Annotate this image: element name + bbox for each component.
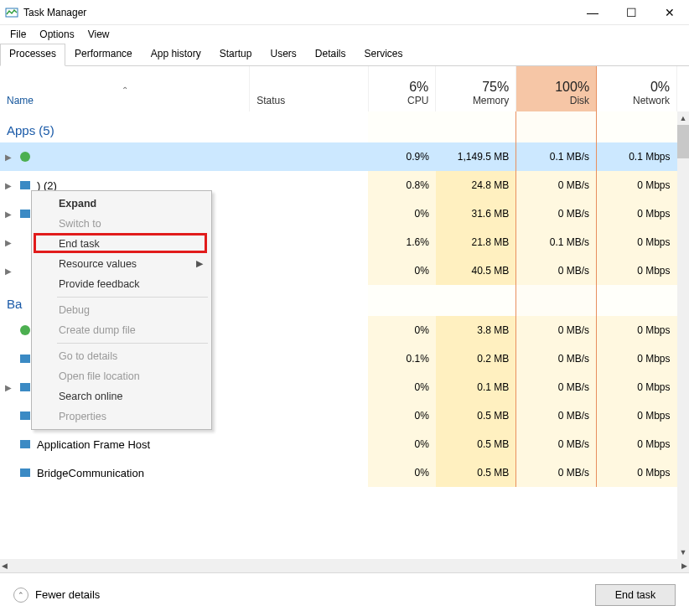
network-value: 0 Mbps bbox=[597, 171, 677, 199]
disk-value: 0 MB/s bbox=[516, 199, 597, 228]
memory-value: 1,149.5 MB bbox=[436, 142, 516, 171]
svg-rect-6 bbox=[20, 383, 30, 391]
table-row[interactable]: ▶BridgeCommunication 0% 0.5 MB 0 MB/s 0 … bbox=[0, 458, 677, 487]
process-icon bbox=[18, 236, 32, 249]
process-icon bbox=[18, 324, 32, 337]
disk-value: 0 MB/s bbox=[516, 316, 597, 344]
column-cpu-label: CPU bbox=[407, 95, 428, 106]
tab-services[interactable]: Services bbox=[355, 44, 412, 65]
tab-details[interactable]: Details bbox=[306, 44, 355, 65]
fewer-details-toggle[interactable]: ⌃ bbox=[13, 588, 28, 603]
chevron-right-icon[interactable]: ▶ bbox=[3, 238, 13, 247]
app-icon bbox=[5, 6, 18, 19]
tab-startup[interactable]: Startup bbox=[210, 44, 262, 65]
cm-properties: Properties bbox=[34, 406, 210, 427]
column-status-label: Status bbox=[256, 95, 285, 106]
disk-percent: 100% bbox=[523, 80, 589, 95]
tab-users[interactable]: Users bbox=[261, 44, 305, 65]
scroll-thumb[interactable] bbox=[677, 125, 689, 158]
column-status[interactable]: Status bbox=[250, 66, 368, 111]
disk-value: 0 MB/s bbox=[516, 458, 597, 487]
svg-rect-9 bbox=[20, 468, 30, 477]
svg-point-4 bbox=[20, 325, 30, 335]
tab-performance[interactable]: Performance bbox=[65, 44, 142, 65]
fewer-details-label[interactable]: Fewer details bbox=[35, 588, 100, 601]
cm-resource-values[interactable]: Resource values ▶ bbox=[34, 254, 210, 274]
cpu-value: 0.9% bbox=[368, 142, 436, 171]
disk-value: 0 MB/s bbox=[516, 256, 597, 285]
group-apps-label: Apps (5) bbox=[0, 111, 368, 142]
chevron-right-icon[interactable]: ▶ bbox=[3, 267, 13, 276]
cpu-percent: 6% bbox=[376, 80, 429, 95]
close-button[interactable]: ✕ bbox=[650, 0, 689, 25]
column-memory-label: Memory bbox=[473, 95, 509, 106]
cpu-value: 0.1% bbox=[368, 344, 436, 373]
column-network[interactable]: 0%Network bbox=[597, 66, 677, 111]
minimize-button[interactable]: — bbox=[573, 0, 612, 25]
memory-value: 0.5 MB bbox=[436, 430, 516, 458]
network-value: 0 Mbps bbox=[597, 430, 677, 458]
table-row[interactable]: ▶ 0.9% 1,149.5 MB 0.1 MB/s 0.1 Mbps bbox=[0, 142, 677, 171]
cm-provide-feedback[interactable]: Provide feedback bbox=[34, 274, 210, 294]
menu-file[interactable]: File bbox=[5, 27, 31, 42]
group-apps[interactable]: Apps (5) bbox=[0, 111, 677, 142]
network-value: 0 Mbps bbox=[597, 228, 677, 256]
column-network-label: Network bbox=[633, 95, 670, 106]
process-icon bbox=[18, 466, 32, 479]
disk-value: 0 MB/s bbox=[516, 401, 597, 430]
network-value: 0 Mbps bbox=[597, 344, 677, 373]
tab-app-history[interactable]: App history bbox=[142, 44, 210, 65]
process-icon bbox=[18, 437, 32, 451]
memory-percent: 75% bbox=[443, 80, 509, 95]
column-disk[interactable]: 100%Disk bbox=[516, 66, 597, 111]
column-cpu[interactable]: 6%CPU bbox=[368, 66, 436, 111]
process-icon bbox=[18, 409, 32, 422]
svg-rect-5 bbox=[20, 355, 30, 363]
scroll-down-icon[interactable]: ▼ bbox=[677, 546, 689, 559]
process-name: Application Frame Host bbox=[37, 438, 150, 451]
process-icon bbox=[18, 207, 32, 220]
network-value: 0 Mbps bbox=[597, 401, 677, 430]
sort-indicator-icon: ⌃ bbox=[7, 85, 242, 95]
column-name[interactable]: ⌃ Name bbox=[0, 66, 250, 111]
process-icon bbox=[18, 264, 32, 277]
menu-view[interactable]: View bbox=[83, 27, 115, 42]
cpu-value: 0% bbox=[368, 199, 436, 228]
memory-value: 0.2 MB bbox=[436, 344, 516, 373]
memory-value: 0.5 MB bbox=[436, 458, 516, 487]
column-header-row: ⌃ Name Status 6%CPU 75%Memory 100%Disk 0… bbox=[0, 66, 677, 111]
tab-processes[interactable]: Processes bbox=[0, 44, 65, 66]
disk-value: 0 MB/s bbox=[516, 344, 597, 373]
end-task-button[interactable]: End task bbox=[595, 584, 676, 606]
cm-end-task[interactable]: End task bbox=[34, 234, 210, 254]
cpu-value: 0% bbox=[368, 316, 436, 344]
disk-value: 0.1 MB/s bbox=[516, 142, 597, 171]
column-memory[interactable]: 75%Memory bbox=[436, 66, 516, 111]
tab-bar: Processes Performance App history Startu… bbox=[0, 44, 689, 66]
process-name: BridgeCommunication bbox=[37, 467, 144, 479]
menu-options[interactable]: Options bbox=[34, 27, 79, 42]
table-row[interactable]: ▶Application Frame Host 0% 0.5 MB 0 MB/s… bbox=[0, 430, 677, 458]
vertical-scrollbar[interactable]: ▲ ▼ bbox=[677, 111, 689, 559]
separator bbox=[57, 297, 208, 298]
network-value: 0 Mbps bbox=[597, 458, 677, 487]
process-icon bbox=[18, 150, 32, 163]
cm-switch-to: Switch to bbox=[34, 214, 210, 234]
cm-open-file-location: Open file location bbox=[34, 366, 210, 386]
chevron-right-icon[interactable]: ▶ bbox=[3, 181, 13, 190]
chevron-right-icon[interactable]: ▶ bbox=[3, 210, 13, 219]
horizontal-scrollbar[interactable]: ◀ ▶ bbox=[0, 559, 689, 572]
cpu-value: 0.8% bbox=[368, 171, 436, 199]
chevron-right-icon: ▶ bbox=[196, 258, 203, 269]
maximize-button[interactable]: ☐ bbox=[612, 0, 650, 25]
scroll-right-icon[interactable]: ▶ bbox=[681, 562, 687, 570]
scroll-up-icon[interactable]: ▲ bbox=[677, 111, 689, 125]
scroll-left-icon[interactable]: ◀ bbox=[2, 562, 8, 570]
footer: ⌃ Fewer details End task bbox=[0, 572, 689, 616]
chevron-right-icon[interactable]: ▶ bbox=[3, 153, 13, 162]
chevron-right-icon[interactable]: ▶ bbox=[3, 383, 13, 392]
cm-expand[interactable]: Expand bbox=[34, 194, 210, 214]
cm-search-online[interactable]: Search online bbox=[34, 386, 210, 406]
cpu-value: 0% bbox=[368, 458, 436, 487]
process-icon bbox=[18, 380, 32, 394]
